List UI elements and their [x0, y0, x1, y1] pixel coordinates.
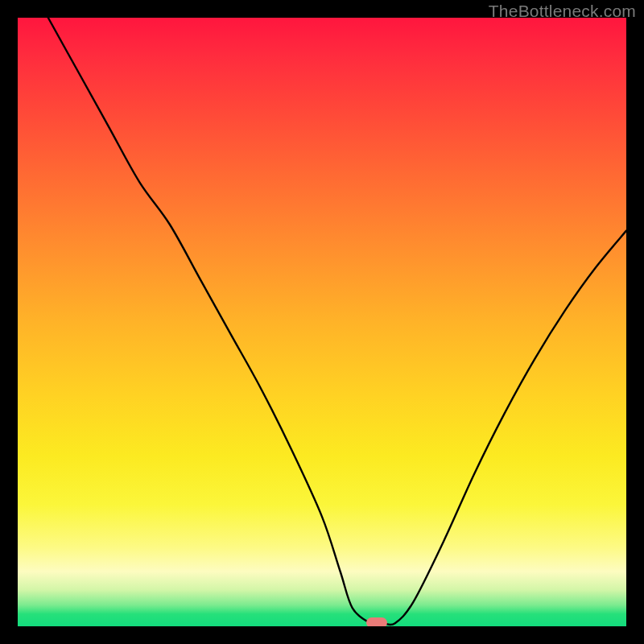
curve-path: [48, 18, 626, 625]
watermark-text: TheBottleneck.com: [489, 2, 636, 21]
optimal-marker: [366, 617, 387, 626]
bottleneck-curve: [18, 18, 626, 626]
chart-frame: TheBottleneck.com: [0, 0, 644, 644]
plot-area: [18, 18, 626, 626]
